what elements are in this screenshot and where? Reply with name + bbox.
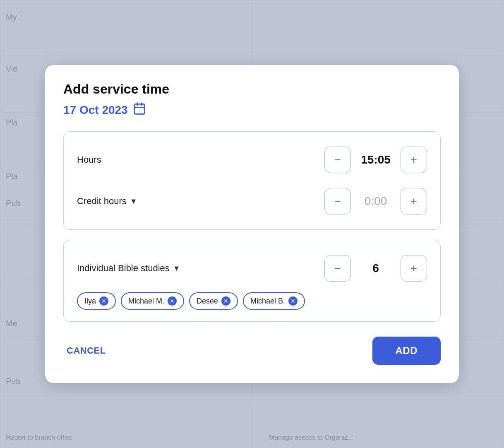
- credit-hours-value: 0:00: [359, 195, 392, 208]
- hours-section: Hours − 15:05 + Credit hours ▼ − 0:00 +: [63, 131, 441, 230]
- tag-michael-b-label: Michael B.: [250, 297, 285, 306]
- bible-studies-chevron-icon[interactable]: ▼: [173, 264, 180, 273]
- tag-desee: Desee ✕: [189, 292, 238, 310]
- bible-studies-counter: − 6 +: [324, 255, 427, 282]
- tag-michael-m-label: Michael M.: [128, 297, 164, 306]
- svg-rect-0: [134, 104, 144, 114]
- hours-increment-button[interactable]: +: [401, 147, 427, 173]
- bible-studies-label: Individual Bible studies ▼: [77, 263, 180, 274]
- tag-michael-m: Michael M. ✕: [121, 292, 184, 310]
- hours-row: Hours − 15:05 +: [77, 143, 427, 176]
- bible-studies-row: Individual Bible studies ▼ − 6 +: [77, 252, 427, 285]
- modal-dialog: Add service time 17 Oct 2023 Hours − 15:: [45, 65, 459, 383]
- tag-michael-m-remove-button[interactable]: ✕: [168, 296, 177, 306]
- hours-decrement-button[interactable]: −: [324, 147, 351, 173]
- bible-studies-value: 6: [359, 262, 392, 275]
- modal-title: Add service time: [63, 82, 441, 97]
- hours-value: 15:05: [359, 153, 392, 166]
- bible-studies-increment-button[interactable]: +: [401, 255, 427, 282]
- calendar-icon[interactable]: [133, 102, 146, 118]
- modal-footer: CANCEL ADD: [63, 337, 441, 365]
- tag-michael-b-remove-button[interactable]: ✕: [288, 296, 298, 306]
- tag-desee-remove-button[interactable]: ✕: [221, 296, 230, 306]
- modal-overlay: Add service time 17 Oct 2023 Hours − 15:: [0, 0, 504, 448]
- credit-hours-counter: − 0:00 +: [324, 188, 427, 214]
- tag-ilya-remove-button[interactable]: ✕: [99, 296, 108, 306]
- hours-counter: − 15:05 +: [324, 147, 427, 173]
- hours-label: Hours: [77, 154, 101, 165]
- add-button[interactable]: ADD: [372, 337, 441, 365]
- tags-row: Ilya ✕ Michael M. ✕ Desee ✕ Michael B. ✕: [77, 292, 427, 310]
- modal-date-row: 17 Oct 2023: [63, 102, 441, 118]
- bible-studies-section: Individual Bible studies ▼ − 6 + Ilya ✕ …: [63, 240, 441, 322]
- tag-desee-label: Desee: [197, 297, 218, 306]
- bible-studies-decrement-button[interactable]: −: [324, 255, 351, 282]
- credit-hours-chevron-icon[interactable]: ▼: [130, 197, 137, 206]
- tag-ilya: Ilya ✕: [77, 292, 116, 310]
- credit-hours-row: Credit hours ▼ − 0:00 +: [77, 185, 427, 218]
- credit-hours-decrement-button[interactable]: −: [324, 188, 351, 214]
- credit-hours-label: Credit hours ▼: [77, 196, 137, 207]
- credit-hours-increment-button[interactable]: +: [401, 188, 427, 214]
- tag-ilya-label: Ilya: [84, 297, 96, 306]
- tag-michael-b: Michael B. ✕: [243, 292, 305, 310]
- modal-date: 17 Oct 2023: [63, 104, 128, 117]
- cancel-button[interactable]: CANCEL: [63, 339, 109, 363]
